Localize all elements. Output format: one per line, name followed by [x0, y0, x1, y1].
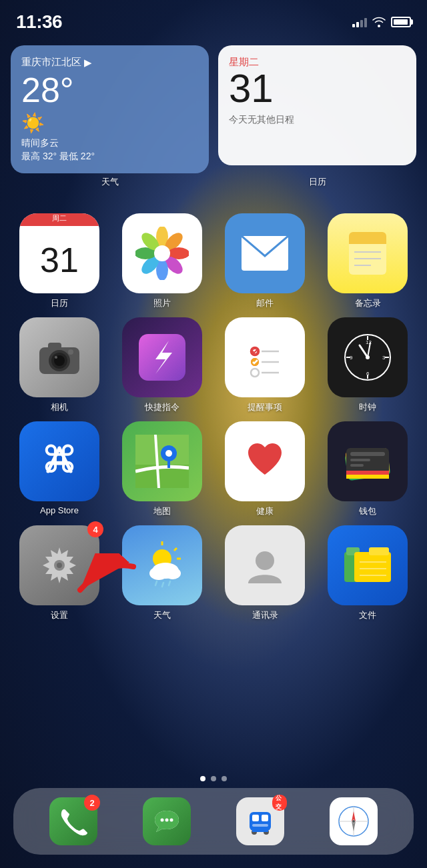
page-dot-2[interactable] — [211, 776, 216, 781]
svg-line-70 — [169, 581, 170, 585]
svg-text:⌘: ⌘ — [41, 439, 78, 481]
dock-item-phone[interactable]: 2 — [49, 797, 97, 845]
signal-icon — [352, 17, 367, 27]
weather-temp: 28° — [21, 71, 198, 109]
calendar-widget-label: 日历 — [309, 176, 326, 188]
svg-text:12: 12 — [366, 339, 372, 345]
svg-rect-87 — [252, 815, 259, 821]
cal-event: 今天无其他日程 — [229, 114, 406, 126]
svg-rect-56 — [346, 471, 389, 475]
svg-text:9: 9 — [350, 355, 353, 361]
svg-point-49 — [165, 450, 172, 457]
app-item-maps[interactable]: 地图 — [113, 421, 211, 517]
weather-location: 重庆市江北区 ▶ — [21, 56, 198, 69]
dock-item-messages[interactable] — [143, 797, 191, 845]
app-label-reminders: 提醒事项 — [248, 401, 282, 413]
calendar-widget-wrapper: 星期二 31 今天无其他日程 日历 — [218, 45, 416, 173]
app-icon-files — [328, 525, 408, 605]
svg-point-22 — [55, 356, 57, 359]
app-item-calendar[interactable]: 周二 31 日历 — [11, 213, 108, 309]
svg-point-29 — [251, 369, 259, 377]
svg-text:6: 6 — [366, 371, 370, 377]
svg-text:3: 3 — [382, 355, 386, 361]
app-label-maps: 地图 — [153, 505, 171, 517]
svg-rect-74 — [354, 552, 391, 582]
app-item-wallet[interactable]: 钱包 — [319, 421, 416, 517]
app-item-contacts[interactable]: 通讯录 — [216, 525, 314, 621]
widgets-row: 重庆市江北区 ▶ 28° ☀️ 晴间多云 最高 32° 最低 22° 天气 星期… — [11, 45, 416, 191]
battery-icon — [391, 17, 411, 27]
app-item-clock[interactable]: 12 3 6 9 时钟 — [319, 317, 416, 413]
app-icon-maps — [122, 421, 202, 501]
dock: 2 — [13, 788, 414, 855]
svg-point-83 — [161, 819, 164, 822]
app-icon-shortcuts — [122, 317, 202, 397]
app-item-files[interactable]: 文件 — [319, 525, 416, 621]
weather-widget-wrapper: 重庆市江北区 ▶ 28° ☀️ 晴间多云 最高 32° 最低 22° 天气 — [11, 45, 209, 173]
svg-line-63 — [174, 548, 177, 551]
svg-line-68 — [155, 581, 157, 585]
svg-rect-89 — [252, 824, 268, 827]
page-dot-3[interactable] — [222, 776, 227, 781]
app-icon-health — [225, 421, 305, 501]
app-item-reminders[interactable]: 提醒事项 — [216, 317, 314, 413]
app-label-clock: 时钟 — [359, 401, 376, 413]
weather-widget[interactable]: 重庆市江北区 ▶ 28° ☀️ 晴间多云 最高 32° 最低 22° — [11, 45, 209, 173]
app-icon-wallet — [328, 421, 408, 501]
svg-point-99 — [352, 820, 355, 823]
dock-icon-bus: 公交 — [236, 797, 284, 845]
svg-rect-54 — [350, 459, 370, 461]
app-item-camera[interactable]: 相机 — [11, 317, 108, 413]
svg-rect-88 — [262, 815, 268, 821]
app-item-shortcuts[interactable]: 快捷指令 — [113, 317, 211, 413]
app-label-settings: 设置 — [51, 609, 68, 621]
dock-item-safari[interactable] — [330, 797, 378, 845]
status-time: 11:36 — [16, 11, 62, 33]
app-icon-clock: 12 3 6 9 — [328, 317, 408, 397]
calendar-widget[interactable]: 星期二 31 今天无其他日程 — [218, 45, 416, 165]
page-dot-1[interactable] — [200, 776, 205, 781]
app-label-mail: 邮件 — [256, 297, 274, 309]
app-item-appstore[interactable]: ⌘ App Store — [11, 421, 108, 517]
svg-point-44 — [366, 355, 370, 359]
app-label-contacts: 通讯录 — [252, 609, 278, 621]
svg-rect-92 — [252, 829, 268, 832]
app-icon-camera — [19, 317, 99, 397]
dock-item-bus[interactable]: 公交 — [236, 797, 284, 845]
svg-rect-75 — [369, 547, 389, 555]
app-icon-photos — [122, 213, 202, 293]
app-icon-reminders — [225, 317, 305, 397]
svg-rect-13 — [349, 240, 386, 244]
settings-badge: 4 — [87, 521, 103, 537]
svg-rect-55 — [350, 464, 364, 467]
app-icon-mail — [225, 213, 305, 293]
app-item-health[interactable]: 健康 — [216, 421, 314, 517]
cal-day: 31 — [229, 69, 406, 109]
weather-widget-label: 天气 — [101, 176, 119, 188]
app-label-calendar: 日历 — [51, 297, 68, 309]
app-icon-appstore: ⌘ — [19, 421, 99, 501]
weather-desc: 晴间多云 最高 32° 最低 22° — [21, 137, 198, 163]
app-icon-contacts — [225, 525, 305, 605]
app-item-notes[interactable]: 备忘录 — [319, 213, 416, 309]
svg-point-9 — [154, 245, 170, 261]
app-label-appstore: App Store — [40, 505, 79, 515]
app-label-wallet: 钱包 — [359, 505, 376, 517]
svg-point-84 — [165, 819, 169, 822]
wifi-icon — [372, 17, 386, 27]
svg-rect-53 — [350, 452, 385, 456]
app-item-mail[interactable]: 邮件 — [216, 213, 314, 309]
weather-sun-icon: ☀️ — [21, 112, 198, 134]
phone-badge: 2 — [84, 795, 100, 811]
svg-point-23 — [68, 349, 73, 355]
page-dots — [0, 776, 427, 781]
app-label-health: 健康 — [256, 505, 274, 517]
app-label-shortcuts: 快捷指令 — [145, 401, 179, 413]
svg-point-85 — [170, 819, 173, 822]
app-item-photos[interactable]: 照片 — [113, 213, 211, 309]
red-arrow — [40, 553, 147, 607]
svg-point-67 — [165, 567, 181, 579]
svg-point-71 — [256, 551, 274, 570]
svg-rect-57 — [346, 475, 389, 479]
svg-rect-86 — [250, 812, 271, 831]
